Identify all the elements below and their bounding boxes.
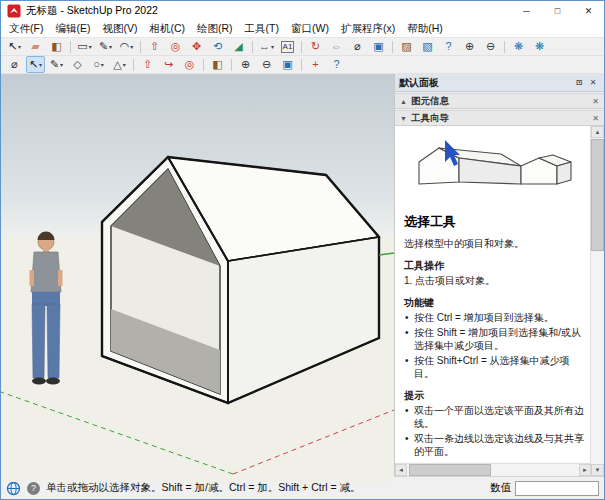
- rectangle-tool-button[interactable]: ▭▾: [75, 38, 94, 55]
- scroll-up-icon[interactable]: ▲: [591, 126, 604, 138]
- offset-tool-icon: ◎: [171, 40, 181, 53]
- select-tool-active-button[interactable]: ↖▾: [26, 56, 45, 73]
- dropdown-caret-icon[interactable]: ▾: [130, 43, 133, 50]
- scroll-right-icon[interactable]: ►: [579, 464, 591, 476]
- zoom-in-tool-2-icon: ⊕: [241, 58, 250, 71]
- freehand-tool-icon: ✎: [50, 58, 59, 71]
- panel-section-instructor[interactable]: ▼ 工具向导 ✕: [395, 110, 604, 126]
- text-tool-button[interactable]: A1: [278, 38, 297, 55]
- orbit-tool-icon: ↻: [311, 40, 320, 53]
- follow-me-tool-button[interactable]: ↪: [159, 56, 178, 73]
- menu-item-8[interactable]: 帮助(H): [401, 22, 449, 36]
- dropdown-caret-icon[interactable]: ▾: [271, 43, 274, 50]
- menu-item-0[interactable]: 文件(F): [3, 22, 49, 36]
- move-tool-icon: ✥: [192, 40, 201, 53]
- toolbar-separator: [252, 41, 253, 53]
- axes-tool-icon: +: [312, 58, 318, 71]
- zoom-in-tool-button[interactable]: ⊕: [460, 38, 479, 55]
- dropdown-caret-icon[interactable]: ▾: [60, 61, 63, 68]
- tips-title: 提示: [404, 389, 584, 402]
- zoom-extents-tool-2-icon: ▣: [282, 58, 292, 71]
- select-tool-icon: ↖: [8, 40, 17, 53]
- scroll-down-icon[interactable]: ▼: [591, 464, 604, 476]
- expand-arrow-icon: ▼: [400, 115, 407, 122]
- horizontal-scroll-thumb[interactable]: [409, 464, 491, 476]
- menu-item-3[interactable]: 相机(C): [143, 22, 191, 36]
- collapse-arrow-icon: ▲: [400, 98, 407, 105]
- extension-manager-button[interactable]: ❋: [530, 38, 549, 55]
- close-button[interactable]: ✕: [573, 1, 604, 21]
- scroll-left-icon[interactable]: ◄: [395, 464, 407, 476]
- geolocation-icon[interactable]: [6, 481, 21, 496]
- paint-bucket-tool-2-button[interactable]: ◧: [208, 56, 227, 73]
- line-tool-button[interactable]: ✎▾: [96, 38, 115, 55]
- rotate-tool-icon: ⟲: [213, 40, 222, 53]
- zoom-out-tool-button[interactable]: ⊖: [481, 38, 500, 55]
- zoom-extents-tool-button[interactable]: ▣: [369, 38, 388, 55]
- section-close-icon[interactable]: ✕: [592, 114, 599, 123]
- pan-tool-button[interactable]: ⇔: [327, 38, 346, 55]
- tape-measure-tool-button[interactable]: ↔▾: [257, 38, 276, 55]
- polygon-tool-button[interactable]: △▾: [110, 56, 129, 73]
- menu-item-2[interactable]: 视图(V): [96, 22, 143, 36]
- circle-tool-button[interactable]: ○▾: [89, 56, 108, 73]
- tray-close-icon[interactable]: ✕: [586, 78, 600, 87]
- horizontal-scrollbar[interactable]: ◄ ►: [395, 463, 591, 476]
- panel-section-entity-info[interactable]: ▲ 图元信息 ✕: [395, 93, 604, 109]
- dropdown-caret-icon[interactable]: ▾: [123, 61, 126, 68]
- select-tool-button[interactable]: ↖▾: [5, 38, 24, 55]
- offset-tool-2-button[interactable]: ◎: [180, 56, 199, 73]
- menu-item-6[interactable]: 窗口(W): [285, 22, 335, 36]
- move-tool-button[interactable]: ✥: [187, 38, 206, 55]
- zoom-extents-tool-2-button[interactable]: ▣: [278, 56, 297, 73]
- toolbar-separator: [140, 41, 141, 53]
- scale-tool-button[interactable]: ◢: [229, 38, 248, 55]
- status-hint: 单击或拖动以选择对象。Shift = 加/减。Ctrl = 加。Shift + …: [46, 481, 360, 495]
- measurements-input[interactable]: [515, 481, 599, 496]
- dropdown-caret-icon[interactable]: ▾: [89, 43, 92, 50]
- menu-item-5[interactable]: 工具(T): [239, 22, 285, 36]
- push-pull-tool-2-button[interactable]: ⇧: [138, 56, 157, 73]
- help-tool-2-button[interactable]: ?: [327, 56, 346, 73]
- orbit-tool-button[interactable]: ↻: [306, 38, 325, 55]
- scene-canvas: [1, 74, 394, 482]
- dropdown-caret-icon[interactable]: ▾: [39, 61, 42, 68]
- rotated-rectangle-tool-button[interactable]: ◇: [68, 56, 87, 73]
- styles-tool-icon: ▧: [422, 40, 432, 53]
- menu-item-7[interactable]: 扩展程序(x): [335, 22, 401, 36]
- push-pull-tool-button[interactable]: ⇧: [145, 38, 164, 55]
- menu-item-1[interactable]: 编辑(E): [49, 22, 96, 36]
- minimize-button[interactable]: ─: [511, 1, 542, 21]
- zoom-window-tool-button[interactable]: ⌀: [5, 56, 24, 73]
- measurements-label: 数值: [490, 481, 511, 495]
- arc-tool-button[interactable]: ◠▾: [117, 38, 136, 55]
- dropdown-caret-icon[interactable]: ▾: [109, 43, 112, 50]
- rotate-tool-button[interactable]: ⟲: [208, 38, 227, 55]
- offset-tool-button[interactable]: ◎: [166, 38, 185, 55]
- help-icon[interactable]: ?: [27, 482, 40, 495]
- dropdown-caret-icon[interactable]: ▾: [101, 61, 104, 68]
- line-tool-icon: ✎: [99, 40, 108, 53]
- zoom-tool-button[interactable]: ⌀: [348, 38, 367, 55]
- zoom-in-tool-2-button[interactable]: ⊕: [236, 56, 255, 73]
- extension-warehouse-button[interactable]: ❋: [509, 38, 528, 55]
- section-close-icon[interactable]: ✕: [592, 97, 599, 106]
- operations-list: 1. 点击项目或对象。: [404, 274, 584, 287]
- vertical-scrollbar[interactable]: ▲ ▼: [590, 126, 604, 476]
- dropdown-caret-icon[interactable]: ▾: [18, 43, 21, 50]
- eraser-tool-button[interactable]: ▰: [26, 38, 45, 55]
- vertical-scroll-thumb[interactable]: [591, 139, 604, 251]
- toolbar-row-1: ↖▾▰◧▭▾✎▾◠▾⇧◎✥⟲◢↔▾A1↻⇔⌀▣▨▧?⊕⊖❋❋: [1, 38, 604, 56]
- model-viewport[interactable]: [1, 74, 394, 476]
- styles-tool-button[interactable]: ▧: [418, 38, 437, 55]
- materials-tool-button[interactable]: ▨: [397, 38, 416, 55]
- tray-pin-icon[interactable]: ⊡: [572, 78, 586, 87]
- axes-tool-button[interactable]: +: [306, 56, 325, 73]
- paint-bucket-tool-button[interactable]: ◧: [47, 38, 66, 55]
- menu-item-4[interactable]: 绘图(R): [191, 22, 239, 36]
- zoom-out-tool-2-button[interactable]: ⊖: [257, 56, 276, 73]
- bullet-item: 按住 Shift+Ctrl = 从选择集中减少项目。: [404, 354, 584, 380]
- maximize-button[interactable]: □: [542, 1, 573, 21]
- freehand-tool-button[interactable]: ✎▾: [47, 56, 66, 73]
- help-tool-button[interactable]: ?: [439, 38, 458, 55]
